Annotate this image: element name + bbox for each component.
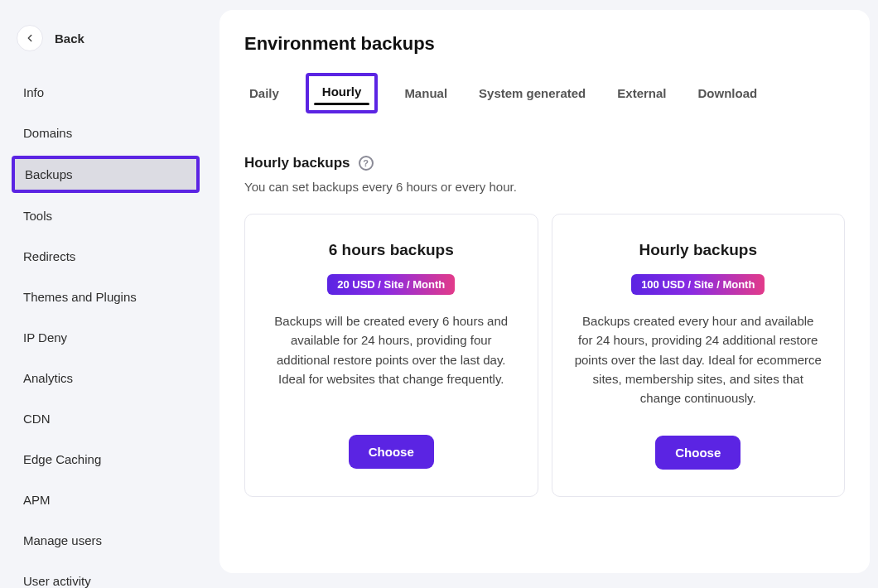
sidebar-item-themes-plugins[interactable]: Themes and Plugins [12,279,200,315]
tab-daily[interactable]: Daily [244,78,284,108]
section-head: Hourly backups ? [244,155,845,171]
plan-card-6-hours: 6 hours backups 20 USD / Site / Month Ba… [244,214,538,497]
plan-description: Backups created every hour and available… [574,311,823,407]
price-badge: 100 USD / Site / Month [631,274,765,295]
sidebar-item-redirects[interactable]: Redirects [12,239,200,274]
arrow-left-icon [17,25,43,51]
section-title: Hourly backups [244,155,350,171]
tab-system-generated[interactable]: System generated [474,78,591,108]
back-button[interactable]: Back [12,17,200,70]
plan-title: Hourly backups [639,241,757,259]
sidebar-item-edge-caching[interactable]: Edge Caching [12,441,200,477]
sidebar-item-cdn[interactable]: CDN [12,401,200,436]
sidebar-item-domains[interactable]: Domains [12,115,200,151]
back-label: Back [55,31,84,46]
help-icon[interactable]: ? [359,156,374,171]
sidebar-item-manage-users[interactable]: Manage users [12,523,200,558]
tab-download[interactable]: Download [693,78,763,108]
sidebar-item-analytics[interactable]: Analytics [12,360,200,396]
sidebar-item-apm[interactable]: APM [12,482,200,518]
tab-external[interactable]: External [612,78,671,108]
sidebar-item-info[interactable]: Info [12,75,200,110]
tab-manual[interactable]: Manual [399,78,452,108]
plan-description: Backups will be created every 6 hours an… [267,311,516,388]
plan-card-hourly: Hourly backups 100 USD / Site / Month Ba… [552,214,846,497]
sidebar-item-user-activity[interactable]: User activity [12,563,200,588]
sidebar-item-tools[interactable]: Tools [12,198,200,234]
main: Environment backups Daily Hourly Manual … [211,0,878,588]
sidebar: Back Info Domains Backups Tools Redirect… [0,0,211,588]
section-subtitle: You can set backups every 6 hours or eve… [244,180,845,194]
content-card: Environment backups Daily Hourly Manual … [220,10,870,573]
tabs: Daily Hourly Manual System generated Ext… [244,73,845,113]
choose-button-hourly[interactable]: Choose [655,436,741,470]
plans: 6 hours backups 20 USD / Site / Month Ba… [244,214,845,497]
sidebar-item-ip-deny[interactable]: IP Deny [12,320,200,355]
choose-button-6-hours[interactable]: Choose [349,435,434,469]
tab-hourly[interactable]: Hourly [306,73,379,113]
sidebar-item-backups[interactable]: Backups [12,156,200,193]
plan-title: 6 hours backups [329,241,454,259]
price-badge: 20 USD / Site / Month [327,274,455,295]
page-title: Environment backups [244,33,845,55]
